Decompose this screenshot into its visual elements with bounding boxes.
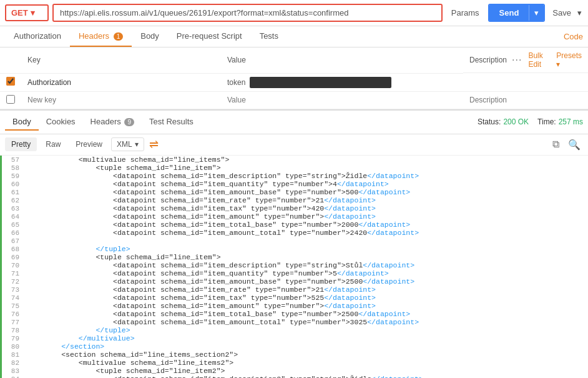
new-key-cell[interactable] (21, 91, 221, 109)
line-number: 66 (2, 229, 24, 237)
copy-button[interactable]: ⧉ (550, 137, 562, 151)
table-row: 75 <datapoint schema_id="item_amount" ty… (2, 302, 588, 310)
params-button[interactable]: Params (446, 6, 484, 20)
line-number: 77 (2, 318, 24, 326)
status-label: Status: (478, 117, 501, 126)
method-select[interactable]: GET ▾ (5, 4, 49, 21)
resp-tab-headers[interactable]: Headers 9 (83, 114, 142, 131)
new-key-input[interactable] (27, 96, 215, 104)
line-number: 83 (2, 367, 24, 375)
save-btn-group: Save ▾ (549, 6, 583, 20)
line-number: 74 (2, 294, 24, 302)
tab-headers-label: Headers (79, 31, 109, 41)
line-number: 82 (2, 359, 24, 367)
body-toolbar-right: ⧉ 🔍 (550, 137, 583, 152)
resp-tab-test-results[interactable]: Test Results (142, 114, 201, 131)
body-tab-pretty[interactable]: Pretty (5, 137, 37, 151)
table-row: 79 </multivalue> (2, 334, 588, 342)
resp-headers-badge: 9 (124, 118, 134, 126)
line-content: <datapoint schema_id="item_description2"… (24, 375, 588, 379)
send-button[interactable]: Send (489, 5, 529, 21)
line-content: <datapoint schema_id="item_quantity" typ… (24, 269, 588, 277)
new-value-input[interactable] (227, 96, 457, 104)
description-label: Description (469, 56, 507, 64)
resp-tab-cookies[interactable]: Cookies (39, 114, 83, 131)
line-number: 57 (2, 156, 24, 164)
new-value-cell[interactable] (221, 91, 463, 109)
resp-tab-body[interactable]: Body (5, 114, 39, 131)
line-number: 76 (2, 310, 24, 318)
auth-desc-cell (463, 73, 588, 91)
format-select[interactable]: XML ▾ (111, 137, 144, 151)
sub-nav: Authorization Headers 1 Body Pre-request… (0, 26, 588, 47)
key-col-header: Key (21, 47, 221, 73)
line-content: <datapoint schema_id="item_total_base" t… (24, 310, 588, 318)
presets-link[interactable]: Presets ▾ (556, 51, 582, 69)
response-bar: Body Cookies Headers 9 Test Results Stat… (0, 110, 588, 134)
time-value: 257 ms (559, 117, 583, 126)
table-row: 66 <datapoint schema_id="item_amount_tot… (2, 229, 588, 237)
line-content: <tuple schema_id="line_item"> (24, 253, 588, 261)
table-row: 84 <datapoint schema_id="item_descriptio… (2, 375, 588, 379)
line-content: <datapoint schema_id="item_amount" type=… (24, 302, 588, 310)
line-number: 81 (2, 351, 24, 359)
table-row: 76 <datapoint schema_id="item_total_base… (2, 310, 588, 318)
auth-checkbox[interactable] (6, 77, 15, 86)
table-row: 78 </tuple> (2, 326, 588, 334)
table-row: 80 </section> (2, 342, 588, 351)
new-desc-input[interactable] (469, 96, 582, 104)
line-content: <multivalue schema_id="line_items2"> (24, 359, 588, 367)
table-row: 77 <datapoint schema_id="item_amount_tot… (2, 318, 588, 326)
desc-col-header: Description ··· Bulk Edit Presets ▾ (463, 47, 588, 73)
line-content: <datapoint schema_id="item_amount_base" … (24, 188, 588, 196)
table-row: 59 <datapoint schema_id="item_descriptio… (2, 172, 588, 180)
send-dropdown-button[interactable]: ▾ (529, 5, 544, 21)
line-content: <datapoint schema_id="item_tax" type="nu… (24, 204, 588, 212)
new-desc-cell[interactable] (463, 91, 588, 109)
line-content: <datapoint schema_id="item_amount_base" … (24, 277, 588, 286)
resp-body-label: Body (12, 117, 31, 126)
body-tab-raw[interactable]: Raw (39, 137, 67, 151)
tab-prerequest[interactable]: Pre-request Script (168, 26, 251, 47)
code-area[interactable]: 57 <multivalue schema_id="line_items">58… (0, 156, 588, 379)
tab-prerequest-label: Pre-request Script (177, 31, 242, 41)
format-chevron-icon: ▾ (135, 140, 139, 149)
search-button[interactable]: 🔍 (566, 137, 583, 152)
beautify-button[interactable]: ⇌ (147, 137, 161, 151)
url-input[interactable] (52, 4, 443, 22)
table-row: 81 <section schema_id="line_items_sectio… (2, 351, 588, 359)
save-button[interactable]: Save (549, 6, 575, 20)
line-number: 71 (2, 269, 24, 277)
line-number: 58 (2, 164, 24, 172)
table-row: 82 <multivalue schema_id="line_items2"> (2, 359, 588, 367)
code-link[interactable]: Code (564, 27, 583, 46)
time-label: Time: (537, 117, 556, 126)
table-row: 71 <datapoint schema_id="item_quantity" … (2, 269, 588, 277)
auth-key-value: Authorization (27, 78, 71, 87)
line-number: 61 (2, 188, 24, 196)
line-content: <datapoint schema_id="item_total_base" t… (24, 221, 588, 229)
tab-body[interactable]: Body (132, 26, 168, 47)
line-number: 59 (2, 172, 24, 180)
auth-token-secret (250, 77, 391, 88)
save-chevron-button[interactable]: ▾ (576, 6, 583, 20)
auth-checkbox-cell[interactable] (0, 73, 21, 91)
body-toolbar: Pretty Raw Preview XML ▾ ⇌ ⧉ 🔍 (0, 134, 588, 156)
tab-authorization[interactable]: Authorization (5, 26, 70, 47)
table-row: 70 <datapoint schema_id="item_descriptio… (2, 261, 588, 269)
line-number: 73 (2, 286, 24, 294)
value-col-header: Value (221, 47, 463, 73)
bulk-edit-link[interactable]: Bulk Edit (528, 51, 550, 69)
tab-headers[interactable]: Headers 1 (70, 26, 132, 47)
dots-button[interactable]: ··· (512, 54, 522, 66)
auth-key-cell: Authorization (21, 73, 221, 91)
line-content: <section schema_id="line_items_section2"… (24, 351, 588, 359)
status-value: 200 OK (503, 117, 529, 126)
line-content: <tuple schema_id="line_item"> (24, 164, 588, 172)
new-checkbox-cell[interactable] (0, 91, 21, 109)
headers-section: Key Value Description ··· Bulk Edit Pres… (0, 47, 588, 110)
new-checkbox[interactable] (6, 95, 15, 104)
line-number: 64 (2, 212, 24, 221)
body-tab-preview[interactable]: Preview (69, 137, 109, 151)
tab-tests[interactable]: Tests (251, 26, 287, 47)
